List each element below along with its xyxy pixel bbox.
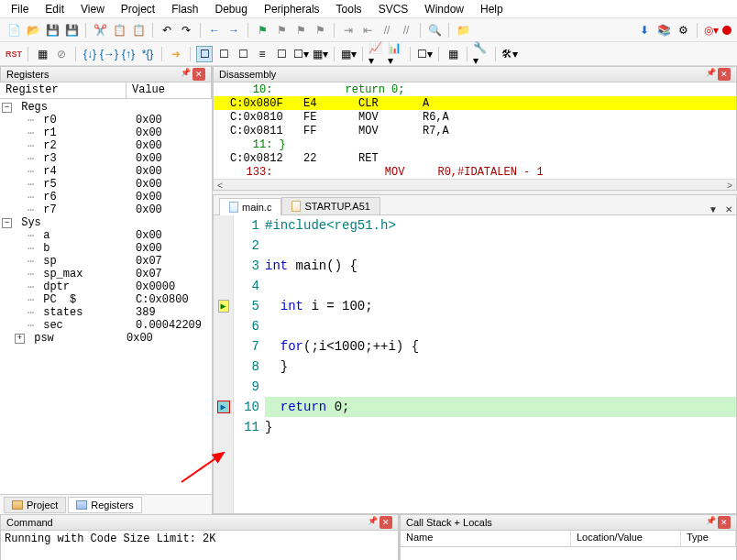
save-all-icon[interactable]: 💾 bbox=[63, 22, 80, 38]
command-win-icon[interactable]: ☐ bbox=[196, 46, 213, 62]
nav-back-icon[interactable]: ← bbox=[206, 22, 223, 38]
register-value[interactable]: 0x00 bbox=[136, 152, 162, 165]
next-icon[interactable]: ➜ bbox=[168, 46, 184, 62]
menu-help[interactable]: Help bbox=[473, 1, 511, 17]
register-name[interactable]: PC $ bbox=[37, 293, 136, 306]
copy-icon[interactable]: 📋 bbox=[111, 22, 127, 38]
redo-icon[interactable]: ↷ bbox=[178, 22, 194, 38]
uncomment-icon[interactable]: // bbox=[398, 22, 414, 38]
register-name[interactable]: dptr bbox=[37, 280, 136, 293]
menu-svcs[interactable]: SVCS bbox=[371, 1, 416, 17]
register-value[interactable]: 0x00 bbox=[136, 178, 162, 191]
menu-window[interactable]: Window bbox=[417, 1, 471, 17]
code-line[interactable] bbox=[265, 377, 736, 397]
close-icon[interactable]: ✕ bbox=[192, 68, 205, 81]
register-value[interactable]: 0x00 bbox=[136, 126, 162, 139]
code-line[interactable]: } bbox=[265, 357, 736, 377]
books-icon[interactable]: 📚 bbox=[655, 22, 672, 38]
comment-icon[interactable]: // bbox=[379, 22, 395, 38]
close-icon[interactable]: ✕ bbox=[718, 516, 731, 529]
registers-tab[interactable]: Registers bbox=[68, 497, 141, 513]
register-value[interactable]: 0x07 bbox=[136, 268, 162, 280]
close-icon[interactable]: ✕ bbox=[718, 68, 731, 81]
code-line[interactable]: } bbox=[265, 417, 736, 437]
register-name[interactable]: r3 bbox=[37, 152, 136, 165]
outdent-icon[interactable]: ⇤ bbox=[359, 22, 376, 38]
code-line[interactable]: for(;i<1000;++i) { bbox=[265, 336, 736, 357]
pin-icon[interactable]: 📌 bbox=[181, 68, 191, 81]
bookmark-next-icon[interactable]: ⚑ bbox=[292, 22, 309, 38]
editor-gutter[interactable]: ▶▶ bbox=[214, 215, 234, 513]
tree-toggle-icon[interactable]: − bbox=[2, 218, 12, 228]
registers-icon[interactable]: ≡ bbox=[254, 46, 270, 62]
menu-project[interactable]: Project bbox=[114, 1, 162, 17]
open-icon[interactable]: 📂 bbox=[25, 22, 41, 38]
callstack-body[interactable] bbox=[400, 547, 737, 560]
nav-fwd-icon[interactable]: → bbox=[226, 22, 242, 38]
register-name[interactable]: Regs bbox=[15, 101, 114, 114]
trace-icon[interactable]: ☐▾ bbox=[416, 46, 433, 62]
register-name[interactable]: states bbox=[37, 306, 136, 319]
menu-flash[interactable]: Flash bbox=[164, 1, 205, 17]
save-icon[interactable]: 💾 bbox=[44, 22, 60, 38]
watch-icon[interactable]: ☐▾ bbox=[292, 46, 309, 62]
code-line[interactable] bbox=[265, 276, 736, 296]
register-value[interactable]: 0x0000 bbox=[136, 280, 175, 293]
tab-main-c[interactable]: main.c bbox=[219, 198, 281, 215]
find-icon[interactable]: 🔍 bbox=[426, 22, 443, 38]
register-name[interactable]: Sys bbox=[15, 216, 114, 229]
code-line[interactable] bbox=[265, 316, 736, 336]
register-value[interactable]: 0.00042209 bbox=[136, 319, 202, 332]
register-value[interactable]: 0x00 bbox=[136, 139, 162, 152]
analyzer-icon[interactable]: 📈▾ bbox=[368, 46, 385, 62]
cut-icon[interactable]: ✂️ bbox=[92, 22, 108, 38]
register-name[interactable]: r0 bbox=[37, 114, 136, 126]
menu-debug[interactable]: Debug bbox=[208, 1, 255, 17]
register-name[interactable]: r7 bbox=[37, 203, 136, 216]
register-value[interactable]: C:0x0800 bbox=[136, 293, 189, 306]
run-icon[interactable]: ▦ bbox=[34, 46, 50, 62]
register-name[interactable]: r2 bbox=[37, 139, 136, 152]
code-line[interactable]: int i = 100; bbox=[265, 296, 736, 316]
register-value[interactable]: 0x00 bbox=[136, 191, 162, 203]
tree-toggle-icon[interactable]: + bbox=[15, 334, 25, 344]
project-icon[interactable]: 📁 bbox=[455, 22, 471, 38]
type-col[interactable]: Type bbox=[681, 531, 736, 546]
menu-view[interactable]: View bbox=[73, 1, 112, 17]
register-value[interactable]: 0x00 bbox=[136, 203, 162, 216]
breakpoint-marker-icon[interactable]: ▶ bbox=[217, 401, 230, 413]
register-name[interactable]: r1 bbox=[37, 126, 136, 139]
serial-icon[interactable]: ▦▾ bbox=[340, 46, 357, 62]
name-col[interactable]: Name bbox=[401, 531, 571, 546]
reset-icon[interactable]: RST bbox=[6, 46, 22, 62]
code-line[interactable]: int main() { bbox=[265, 256, 736, 276]
download-icon[interactable]: ⬇ bbox=[636, 22, 653, 38]
code-editor[interactable]: ▶▶ 1234567891011 #include<reg51.h>int ma… bbox=[214, 215, 736, 513]
tree-toggle-icon[interactable]: − bbox=[2, 103, 12, 113]
step-over-icon[interactable]: {→} bbox=[101, 46, 117, 62]
bookmark-prev-icon[interactable]: ⚑ bbox=[273, 22, 290, 38]
code-line[interactable] bbox=[265, 236, 736, 256]
register-name[interactable]: sp_max bbox=[37, 268, 136, 280]
register-name[interactable]: sec bbox=[37, 319, 136, 332]
register-value[interactable]: 0x00 bbox=[136, 165, 162, 178]
stop-icon[interactable]: ⊘ bbox=[53, 46, 70, 62]
tab-close-icon[interactable]: ✕ bbox=[721, 204, 736, 214]
scroll-right-icon[interactable]: > bbox=[727, 181, 732, 191]
command-output[interactable]: Running with Code Size Limit: 2K bbox=[0, 531, 399, 560]
indent-icon[interactable]: ⇥ bbox=[340, 22, 357, 38]
symbols-icon[interactable]: ☐ bbox=[235, 46, 251, 62]
disasm-win-icon[interactable]: ☐ bbox=[215, 46, 232, 62]
register-col-header[interactable]: Register bbox=[0, 82, 126, 98]
disassembly-view[interactable]: 10: return 0;C:0x080FE4CLRAC:0x0810FEMOV… bbox=[213, 82, 737, 191]
menu-tools[interactable]: Tools bbox=[329, 1, 369, 17]
register-name[interactable]: a bbox=[37, 229, 136, 242]
register-name[interactable]: r5 bbox=[37, 178, 136, 191]
memory-icon[interactable]: ▦▾ bbox=[312, 46, 328, 62]
tools-icon[interactable]: 🛠▾ bbox=[501, 46, 518, 62]
menu-edit[interactable]: Edit bbox=[38, 1, 72, 17]
undo-icon[interactable]: ↶ bbox=[159, 22, 175, 38]
close-icon[interactable]: ✕ bbox=[380, 516, 392, 529]
register-value[interactable]: 0x00 bbox=[136, 242, 162, 255]
register-value[interactable]: 0x07 bbox=[136, 255, 162, 268]
